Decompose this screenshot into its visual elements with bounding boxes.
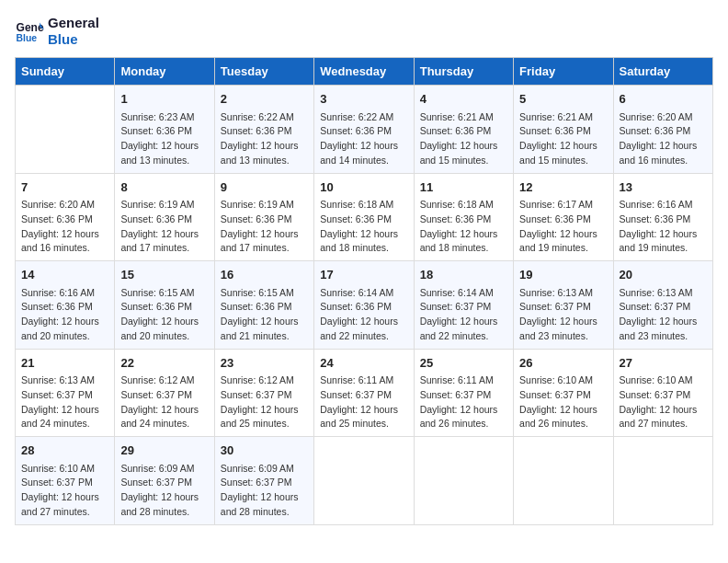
day-info: Sunrise: 6:12 AMSunset: 6:37 PMDaylight:… [221,373,308,431]
calendar-cell: 29Sunrise: 6:09 AMSunset: 6:37 PMDayligh… [115,437,214,525]
day-header-friday: Friday [514,58,613,86]
day-number: 8 [120,178,208,197]
day-number: 15 [120,266,208,284]
day-header-thursday: Thursday [414,58,513,86]
calendar-cell: 14Sunrise: 6:16 AMSunset: 6:36 PMDayligh… [16,261,115,350]
calendar-body: 1Sunrise: 6:23 AMSunset: 6:36 PMDaylight… [16,86,713,525]
logo: General Blue General Blue [15,15,99,48]
calendar-cell: 27Sunrise: 6:10 AMSunset: 6:37 PMDayligh… [613,349,712,437]
calendar-cell: 7Sunrise: 6:20 AMSunset: 6:36 PMDaylight… [16,173,115,261]
day-number: 25 [420,354,507,373]
day-info: Sunrise: 6:16 AMSunset: 6:36 PMDaylight:… [620,198,707,256]
calendar-cell: 25Sunrise: 6:11 AMSunset: 6:37 PMDayligh… [414,349,513,437]
day-number: 17 [320,266,407,284]
day-number: 11 [420,178,507,197]
logo-icon: General Blue [15,17,44,46]
day-number: 27 [620,354,707,373]
calendar-cell: 6Sunrise: 6:20 AMSunset: 6:36 PMDaylight… [613,86,712,174]
calendar-cell: 4Sunrise: 6:21 AMSunset: 6:36 PMDaylight… [414,86,513,174]
calendar-table: SundayMondayTuesdayWednesdayThursdayFrid… [15,57,713,525]
day-number: 18 [420,266,507,284]
day-number: 26 [519,354,607,373]
day-number: 10 [320,178,407,197]
day-info: Sunrise: 6:11 AMSunset: 6:37 PMDaylight:… [320,373,407,431]
day-info: Sunrise: 6:20 AMSunset: 6:36 PMDaylight:… [21,198,108,256]
day-info: Sunrise: 6:18 AMSunset: 6:36 PMDaylight:… [320,198,407,256]
day-number: 28 [21,442,108,460]
calendar-cell: 17Sunrise: 6:14 AMSunset: 6:36 PMDayligh… [314,261,414,350]
day-info: Sunrise: 6:19 AMSunset: 6:36 PMDaylight:… [120,198,208,256]
day-header-monday: Monday [115,58,214,86]
calendar-cell: 22Sunrise: 6:12 AMSunset: 6:37 PMDayligh… [115,349,214,437]
calendar-header: SundayMondayTuesdayWednesdayThursdayFrid… [16,58,713,86]
calendar-cell: 21Sunrise: 6:13 AMSunset: 6:37 PMDayligh… [16,349,115,437]
day-info: Sunrise: 6:20 AMSunset: 6:36 PMDaylight:… [620,110,707,168]
day-info: Sunrise: 6:11 AMSunset: 6:37 PMDaylight:… [420,373,507,431]
day-number: 22 [120,354,208,373]
calendar-cell: 3Sunrise: 6:22 AMSunset: 6:36 PMDaylight… [314,86,414,174]
calendar-cell: 1Sunrise: 6:23 AMSunset: 6:36 PMDaylight… [115,86,214,174]
day-number: 19 [519,266,607,284]
calendar-cell: 28Sunrise: 6:10 AMSunset: 6:37 PMDayligh… [16,437,115,525]
day-header-wednesday: Wednesday [314,58,414,86]
day-info: Sunrise: 6:22 AMSunset: 6:36 PMDaylight:… [320,110,407,168]
calendar-week-1: 1Sunrise: 6:23 AMSunset: 6:36 PMDaylight… [16,86,713,174]
calendar-week-5: 28Sunrise: 6:10 AMSunset: 6:37 PMDayligh… [16,437,713,525]
calendar-cell: 8Sunrise: 6:19 AMSunset: 6:36 PMDaylight… [115,173,214,261]
svg-text:Blue: Blue [17,33,38,43]
day-number: 1 [120,90,208,109]
day-info: Sunrise: 6:10 AMSunset: 6:37 PMDaylight:… [519,373,607,431]
calendar-week-4: 21Sunrise: 6:13 AMSunset: 6:37 PMDayligh… [16,349,713,437]
day-info: Sunrise: 6:13 AMSunset: 6:37 PMDaylight:… [519,286,607,344]
logo-blue: Blue [48,31,99,48]
day-info: Sunrise: 6:09 AMSunset: 6:37 PMDaylight:… [120,462,208,520]
day-info: Sunrise: 6:17 AMSunset: 6:36 PMDaylight:… [519,198,607,256]
day-info: Sunrise: 6:13 AMSunset: 6:37 PMDaylight:… [21,373,108,431]
calendar-cell [613,437,712,525]
day-info: Sunrise: 6:23 AMSunset: 6:36 PMDaylight:… [120,110,208,168]
calendar-cell [414,437,513,525]
calendar-cell: 11Sunrise: 6:18 AMSunset: 6:36 PMDayligh… [414,173,513,261]
day-info: Sunrise: 6:09 AMSunset: 6:37 PMDaylight:… [221,462,308,520]
calendar-cell [314,437,414,525]
calendar-cell: 30Sunrise: 6:09 AMSunset: 6:37 PMDayligh… [214,437,313,525]
day-number: 21 [21,354,108,373]
day-number: 5 [519,90,607,109]
day-number: 13 [620,178,707,197]
day-info: Sunrise: 6:12 AMSunset: 6:37 PMDaylight:… [120,373,208,431]
day-info: Sunrise: 6:15 AMSunset: 6:36 PMDaylight:… [120,286,208,344]
day-header-tuesday: Tuesday [214,58,313,86]
day-info: Sunrise: 6:10 AMSunset: 6:37 PMDaylight:… [21,462,108,520]
calendar-week-3: 14Sunrise: 6:16 AMSunset: 6:36 PMDayligh… [16,261,713,350]
day-number: 7 [21,178,108,197]
day-info: Sunrise: 6:14 AMSunset: 6:36 PMDaylight:… [320,286,407,344]
calendar-cell: 16Sunrise: 6:15 AMSunset: 6:36 PMDayligh… [214,261,313,350]
calendar-cell: 18Sunrise: 6:14 AMSunset: 6:37 PMDayligh… [414,261,513,350]
day-info: Sunrise: 6:22 AMSunset: 6:36 PMDaylight:… [221,110,308,168]
day-number: 23 [221,354,308,373]
calendar-cell: 24Sunrise: 6:11 AMSunset: 6:37 PMDayligh… [314,349,414,437]
day-info: Sunrise: 6:21 AMSunset: 6:36 PMDaylight:… [519,110,607,168]
day-info: Sunrise: 6:14 AMSunset: 6:37 PMDaylight:… [420,286,507,344]
calendar-cell: 2Sunrise: 6:22 AMSunset: 6:36 PMDaylight… [214,86,313,174]
calendar-cell: 5Sunrise: 6:21 AMSunset: 6:36 PMDaylight… [514,86,613,174]
logo-general: General [48,15,99,31]
day-number: 16 [221,266,308,284]
calendar-week-2: 7Sunrise: 6:20 AMSunset: 6:36 PMDaylight… [16,173,713,261]
day-info: Sunrise: 6:21 AMSunset: 6:36 PMDaylight:… [420,110,507,168]
day-info: Sunrise: 6:10 AMSunset: 6:37 PMDaylight:… [620,373,707,431]
calendar-cell: 19Sunrise: 6:13 AMSunset: 6:37 PMDayligh… [514,261,613,350]
day-number: 30 [221,442,308,460]
calendar-cell: 23Sunrise: 6:12 AMSunset: 6:37 PMDayligh… [214,349,313,437]
calendar-cell: 26Sunrise: 6:10 AMSunset: 6:37 PMDayligh… [514,349,613,437]
day-info: Sunrise: 6:15 AMSunset: 6:36 PMDaylight:… [221,286,308,344]
day-number: 2 [221,90,308,109]
calendar-cell [16,86,115,174]
day-number: 6 [620,90,707,109]
day-number: 14 [21,266,108,284]
day-number: 4 [420,90,507,109]
calendar-cell: 10Sunrise: 6:18 AMSunset: 6:36 PMDayligh… [314,173,414,261]
day-header-saturday: Saturday [613,58,712,86]
day-header-sunday: Sunday [16,58,115,86]
day-number: 20 [620,266,707,284]
